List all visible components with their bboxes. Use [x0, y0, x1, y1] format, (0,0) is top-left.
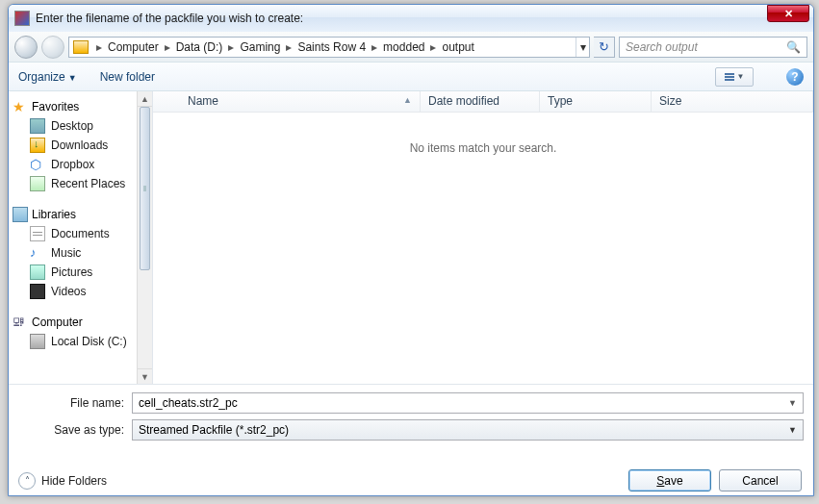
folder-icon: [73, 40, 89, 54]
music-icon: ♪: [30, 245, 45, 261]
search-placeholder: Search output: [626, 40, 698, 54]
breadcrumb-seg[interactable]: Gaming: [238, 40, 282, 54]
sort-asc-icon: ▲: [403, 95, 412, 105]
column-type[interactable]: Type: [540, 91, 652, 112]
close-button[interactable]: ✕: [767, 5, 809, 22]
column-name[interactable]: Name▲: [180, 91, 421, 112]
breadcrumb[interactable]: ▸ Computer ▸ Data (D:) ▸ Gaming ▸ Saints…: [68, 37, 590, 58]
filetype-label: Save as type:: [18, 423, 132, 437]
save-dialog: Enter the filename of the packfile you w…: [8, 4, 814, 496]
file-list[interactable]: Name▲ Date modified Type Size No items m…: [153, 91, 813, 384]
scroll-down-icon[interactable]: ▼: [138, 368, 152, 384]
save-button[interactable]: Save: [628, 469, 711, 491]
cancel-button[interactable]: Cancel: [719, 469, 802, 491]
breadcrumb-seg[interactable]: output: [440, 40, 475, 54]
desktop-icon: [30, 118, 45, 134]
column-size[interactable]: Size: [652, 91, 813, 112]
dialog-footer: ˄ Hide Folders Save Cancel: [9, 452, 813, 497]
search-icon[interactable]: 🔍: [786, 40, 801, 54]
breadcrumb-seg[interactable]: Saints Row 4: [295, 40, 368, 54]
help-button[interactable]: ?: [786, 68, 804, 86]
tree-group-computer[interactable]: 🖳Computer: [13, 313, 152, 332]
chevron-right-icon[interactable]: ▸: [368, 40, 381, 54]
chevron-right-icon[interactable]: ▸: [92, 40, 106, 54]
collapse-icon: ˄: [18, 472, 36, 490]
chevron-right-icon[interactable]: ▸: [161, 40, 174, 54]
chevron-right-icon[interactable]: ▸: [224, 40, 238, 54]
disk-icon: [30, 334, 45, 349]
chevron-down-icon[interactable]: ▼: [788, 398, 797, 408]
computer-icon: 🖳: [13, 315, 28, 330]
view-options-button[interactable]: ▼: [715, 67, 754, 87]
document-icon: [30, 226, 45, 241]
address-bar: ▸ Computer ▸ Data (D:) ▸ Gaming ▸ Saints…: [9, 32, 813, 63]
pictures-icon: [30, 265, 45, 280]
videos-icon: [30, 284, 45, 299]
chevron-right-icon[interactable]: ▸: [426, 40, 440, 54]
refresh-button[interactable]: ↻: [594, 37, 615, 58]
tree-item-local-disk[interactable]: Local Disk (C:): [13, 332, 152, 351]
chevron-down-icon[interactable]: ▼: [788, 425, 797, 435]
tree-item-documents[interactable]: Documents: [13, 224, 152, 243]
tree-item-pictures[interactable]: Pictures: [13, 263, 152, 282]
tree-group-favorites[interactable]: ★Favorites: [13, 97, 152, 116]
column-date[interactable]: Date modified: [421, 91, 540, 112]
back-button[interactable]: [14, 36, 38, 59]
titlebar[interactable]: Enter the filename of the packfile you w…: [9, 5, 813, 32]
toolbar: Organize▼ New folder ▼ ?: [9, 63, 813, 91]
app-icon: [14, 11, 30, 26]
libraries-icon: [13, 207, 28, 222]
nav-tree[interactable]: ★Favorites Desktop Downloads ⬡Dropbox Re…: [9, 91, 153, 384]
tree-item-desktop[interactable]: Desktop: [13, 116, 152, 136]
downloads-icon: [30, 138, 45, 153]
breadcrumb-dropdown[interactable]: ▾: [576, 38, 589, 57]
search-input[interactable]: Search output 🔍: [619, 37, 807, 58]
tree-item-dropbox[interactable]: ⬡Dropbox: [13, 155, 152, 174]
breadcrumb-seg[interactable]: Data (D:): [174, 40, 225, 54]
filename-label: File name:: [18, 396, 132, 410]
filename-input[interactable]: cell_cheats.str2_pc▼: [132, 392, 804, 414]
save-fields: File name: cell_cheats.str2_pc▼ Save as …: [9, 384, 813, 452]
scroll-thumb[interactable]: [140, 107, 150, 270]
chevron-right-icon[interactable]: ▸: [282, 40, 295, 54]
breadcrumb-seg[interactable]: Computer: [106, 40, 161, 54]
breadcrumb-seg[interactable]: modded: [381, 40, 426, 54]
list-view-icon: [725, 73, 734, 81]
forward-button[interactable]: [41, 36, 64, 59]
recent-icon: [30, 176, 45, 191]
tree-scrollbar[interactable]: ▲ ▼: [137, 91, 152, 384]
hide-folders-button[interactable]: ˄ Hide Folders: [18, 472, 107, 490]
window-title: Enter the filename of the packfile you w…: [36, 12, 767, 25]
organize-button[interactable]: Organize▼: [18, 70, 77, 84]
tree-item-recent[interactable]: Recent Places: [13, 174, 152, 193]
scroll-up-icon[interactable]: ▲: [138, 91, 152, 107]
tree-group-libraries[interactable]: Libraries: [13, 205, 152, 224]
tree-item-music[interactable]: ♪Music: [13, 243, 152, 263]
new-folder-button[interactable]: New folder: [100, 70, 155, 84]
tree-item-downloads[interactable]: Downloads: [13, 136, 152, 155]
empty-message: No items match your search.: [153, 113, 813, 155]
tree-item-videos[interactable]: Videos: [13, 282, 152, 301]
column-headers: Name▲ Date modified Type Size: [153, 91, 813, 113]
dropbox-icon: ⬡: [30, 157, 45, 172]
filetype-select[interactable]: Streamed Packfile (*.str2_pc)▼: [132, 419, 804, 441]
star-icon: ★: [13, 99, 28, 114]
